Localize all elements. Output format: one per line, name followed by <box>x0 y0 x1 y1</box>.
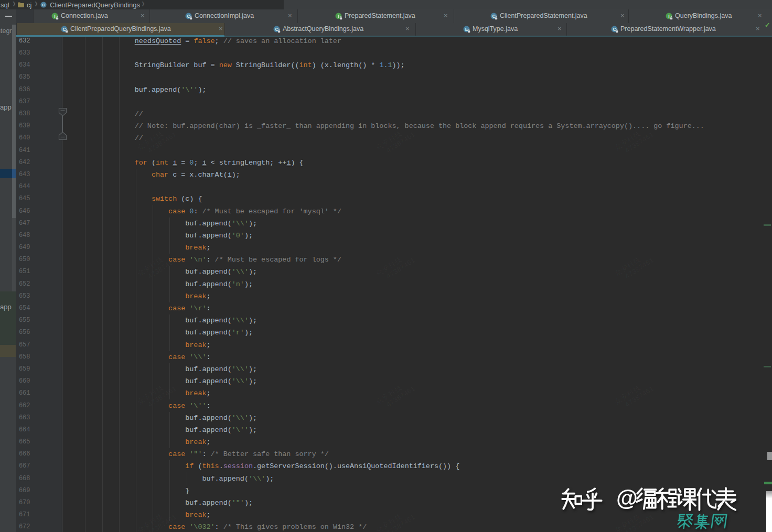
svg-text:I: I <box>54 14 55 19</box>
svg-text:C: C <box>62 27 66 32</box>
svg-text:C: C <box>187 14 190 19</box>
svg-text:C: C <box>492 14 495 19</box>
svg-text:I: I <box>668 14 669 19</box>
svg-text:C: C <box>275 27 278 32</box>
svg-text:I: I <box>338 14 339 19</box>
svg-text:C: C <box>613 27 616 32</box>
svg-text:E: E <box>465 27 468 32</box>
svg-text:C: C <box>42 3 45 7</box>
